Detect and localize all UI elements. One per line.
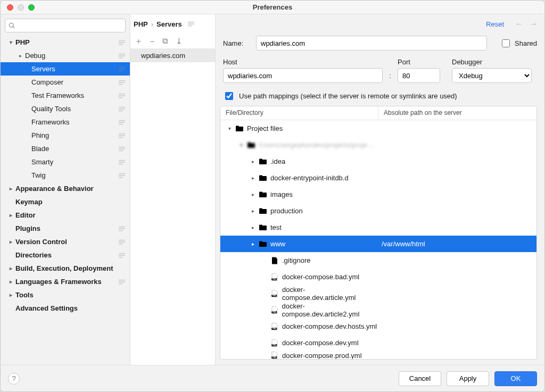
name-field[interactable] [256,36,487,51]
nav-item-advanced-settings[interactable]: Advanced Settings [1,302,130,315]
absolute-path-cell[interactable] [378,137,536,153]
search-field[interactable] [18,21,122,30]
window-zoom-button[interactable] [28,4,35,11]
nav-item-keymap[interactable]: Keymap [1,195,130,208]
absolute-path-cell[interactable] [378,186,536,203]
debugger-label: Debugger [452,58,537,66]
for-project-icon [118,79,126,86]
nav-label: Languages & Frameworks [15,278,118,286]
folder-row[interactable]: ▸images [220,186,536,203]
servers-toolbar: ＋ − ⧉ ⤓ [130,34,215,48]
file-row[interactable]: docker-compose.prod.yml [220,351,536,359]
disclosure-arrow: ▸ [250,241,255,247]
absolute-path-cell[interactable] [378,203,536,219]
file-row[interactable]: docker-compose.dev.yml [220,335,536,351]
file-row[interactable]: docker-compose.dev.hosts.yml [220,318,536,335]
nav-item-debug[interactable]: ▸Debug [1,49,130,62]
nav-item-version-control[interactable]: ▸Version Control [1,235,130,248]
file-row[interactable]: .gitignore [220,252,536,269]
absolute-path-cell[interactable] [378,252,536,269]
disclosure-arrow: ▸ [8,239,13,245]
nav-label: Editor [15,211,126,219]
absolute-path-cell[interactable] [378,335,536,351]
settings-tree[interactable]: ▾PHP▸DebugServersComposerTest Frameworks… [1,36,130,365]
nav-item-quality-tools[interactable]: Quality Tools [1,102,130,115]
reset-link[interactable]: Reset [486,20,504,28]
search-input[interactable] [5,19,126,32]
debugger-select[interactable]: Xdebug [452,68,532,83]
window-minimize-button[interactable] [18,4,24,11]
nav-item-php[interactable]: ▾PHP [1,36,130,49]
folder-row[interactable]: ▸.idea [220,153,536,170]
file-row[interactable]: docker-compose.bad.yml [220,269,536,285]
breadcrumb-root[interactable]: PHP [134,20,148,28]
absolute-path-cell[interactable] [378,318,536,335]
path-mapping-table: File/Directory Absolute path on the serv… [220,106,537,360]
ok-button[interactable]: OK [494,371,537,386]
nav-item-phing[interactable]: Phing [1,129,130,142]
nav-item-appearance-behavior[interactable]: ▸Appearance & Behavior [1,182,130,195]
absolute-path-cell[interactable] [378,302,536,318]
window-close-button[interactable] [7,4,13,11]
nav-item-test-frameworks[interactable]: Test Frameworks [1,89,130,102]
server-item[interactable]: wpdiaries.com [130,48,215,62]
nav-item-editor[interactable]: ▸Editor [1,208,130,222]
copy-server-button[interactable]: ⧉ [162,36,168,46]
add-server-button[interactable]: ＋ [135,36,143,46]
nav-item-smarty[interactable]: Smarty [1,155,130,169]
yml-file-icon [270,339,279,347]
absolute-path-cell[interactable] [378,351,536,359]
file-label: production [270,207,303,215]
for-project-icon [118,172,126,179]
yml-file-icon [270,273,279,281]
remove-server-button[interactable]: − [150,37,155,46]
yml-file-icon [270,351,279,359]
absolute-path-cell[interactable] [378,120,536,137]
folder-row[interactable]: ▸docker-entrypoint-initdb.d [220,170,536,186]
absolute-path-cell[interactable]: /var/www/html [378,236,536,252]
nav-item-composer[interactable]: Composer [1,76,130,89]
folder-row[interactable]: ▾Project files [220,120,536,137]
absolute-path-cell[interactable] [378,285,536,302]
file-row[interactable]: docker-compose.dev.article2.yml [220,302,536,318]
nav-item-directories[interactable]: Directories [1,248,130,262]
shared-checkbox[interactable] [502,39,510,47]
use-path-mappings-checkbox[interactable] [225,92,233,100]
apply-button[interactable]: Apply [447,371,489,386]
nav-item-frameworks[interactable]: Frameworks [1,115,130,129]
help-button[interactable]: ? [8,373,20,385]
path-mapping-body[interactable]: ▾Project files▾/Users/sergeykorolev/proj… [220,120,536,359]
absolute-path-cell[interactable] [378,170,536,186]
nav-item-blade[interactable]: Blade [1,142,130,155]
servers-list[interactable]: wpdiaries.com [130,48,215,365]
nav-item-tools[interactable]: ▸Tools [1,288,130,302]
nav-item-servers[interactable]: Servers [1,62,130,76]
absolute-path-cell[interactable] [378,153,536,170]
import-server-button[interactable]: ⤓ [176,36,183,46]
for-project-icon [187,20,195,28]
folder-row[interactable]: ▾/Users/sergeykorolev/projects/proje… [220,137,536,153]
file-label: /Users/sergeykorolev/projects/proje… [259,141,374,149]
nav-label: Phing [31,131,118,139]
nav-item-build-execution-deployment[interactable]: ▸Build, Execution, Deployment [1,262,130,275]
absolute-path-cell[interactable] [378,219,536,236]
nav-item-languages-frameworks[interactable]: ▸Languages & Frameworks [1,275,130,288]
nav-label: Test Frameworks [31,91,118,99]
for-project-icon [118,119,126,126]
cancel-button[interactable]: Cancel [399,371,441,386]
folder-row[interactable]: ▸www/var/www/html [220,236,536,252]
disclosure-arrow: ▸ [8,279,13,285]
for-project-icon [118,252,126,259]
nav-item-plugins[interactable]: Plugins [1,222,130,235]
for-project-icon [118,145,126,153]
port-field[interactable] [398,68,440,83]
file-row[interactable]: docker-compose.dev.article.yml [220,285,536,302]
absolute-path-cell[interactable] [378,269,536,285]
host-field[interactable] [223,68,383,83]
disclosure-arrow: ▾ [8,39,13,45]
nav-item-twig[interactable]: Twig [1,169,130,182]
folder-row[interactable]: ▸production [220,203,536,219]
server-detail-panel: Reset ← → Name: Shared Host [216,14,544,365]
host-port-separator: : [389,72,391,83]
folder-row[interactable]: ▸test [220,219,536,236]
